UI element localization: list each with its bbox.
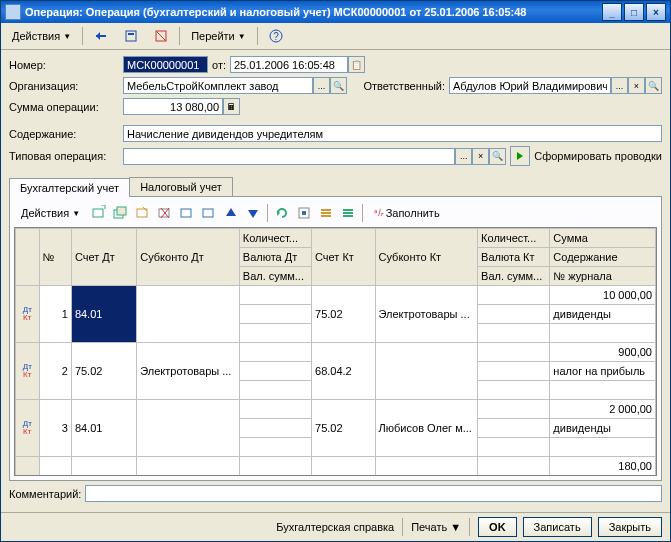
valsum-kt-cell[interactable]: [478, 324, 550, 343]
currency-kt-cell[interactable]: [478, 419, 550, 438]
move-up-icon[interactable]: [221, 203, 241, 223]
add-row-icon[interactable]: [89, 203, 109, 223]
toolbar-btn-2[interactable]: [117, 25, 145, 47]
toolbar-btn-1[interactable]: [87, 25, 115, 47]
subconto-dt-cell[interactable]: Любисов Олег м...: [137, 457, 240, 477]
currency-dt-cell[interactable]: [239, 362, 311, 381]
move-up-last-icon[interactable]: [177, 203, 197, 223]
valsum-kt-cell[interactable]: [478, 438, 550, 457]
row-number[interactable]: 3: [39, 400, 71, 457]
minimize-button[interactable]: _: [602, 3, 622, 21]
move-down-icon[interactable]: [243, 203, 263, 223]
journal-cell[interactable]: [550, 324, 656, 343]
subconto-kt-cell[interactable]: Электротовары ...: [375, 286, 478, 343]
resp-field[interactable]: [449, 77, 611, 94]
close-button[interactable]: ×: [646, 3, 666, 21]
clear-button[interactable]: ×: [628, 77, 645, 94]
qty-dt-cell[interactable]: [239, 457, 311, 476]
content-cell[interactable]: НДФЛ: [550, 476, 656, 477]
currency-dt-cell[interactable]: [239, 305, 311, 324]
grid-actions-menu[interactable]: Действия▼: [14, 202, 87, 224]
account-kt-cell[interactable]: 68.04.2: [312, 343, 376, 400]
currency-dt-cell[interactable]: [239, 476, 311, 477]
delete-row-icon[interactable]: [155, 203, 175, 223]
tab-tax[interactable]: Налоговый учет: [129, 177, 233, 196]
comment-field[interactable]: [85, 485, 662, 502]
close-form-button[interactable]: Закрыть: [598, 517, 662, 537]
subconto-dt-cell[interactable]: Электротовары ...: [137, 343, 240, 400]
valsum-kt-cell[interactable]: [478, 381, 550, 400]
currency-kt-cell[interactable]: [478, 476, 550, 477]
currency-kt-cell[interactable]: [478, 305, 550, 324]
row-number[interactable]: 2: [39, 343, 71, 400]
open-button[interactable]: 🔍: [489, 148, 506, 165]
qty-dt-cell[interactable]: [239, 343, 311, 362]
save-button[interactable]: Записать: [523, 517, 592, 537]
select-button[interactable]: ...: [455, 148, 472, 165]
run-button[interactable]: [510, 146, 530, 166]
qty-kt-cell[interactable]: [478, 457, 550, 476]
row-number[interactable]: 4: [39, 457, 71, 477]
journal-cell[interactable]: [550, 381, 656, 400]
form-entries-link[interactable]: Сформировать проводки: [534, 150, 662, 162]
clear-button[interactable]: ×: [472, 148, 489, 165]
content-cell[interactable]: дивиденды: [550, 419, 656, 438]
valsum-dt-cell[interactable]: [239, 324, 311, 343]
content-cell[interactable]: дивиденды: [550, 305, 656, 324]
account-dt-cell[interactable]: 84.01: [71, 400, 136, 457]
qty-kt-cell[interactable]: [478, 343, 550, 362]
help-button[interactable]: ?: [262, 25, 290, 47]
qty-dt-cell[interactable]: [239, 400, 311, 419]
print-menu[interactable]: Печать▼: [411, 521, 461, 533]
qty-kt-cell[interactable]: [478, 286, 550, 305]
calendar-icon[interactable]: 📋: [348, 56, 365, 73]
sum-cell[interactable]: 2 000,00: [550, 400, 656, 419]
subconto-kt-cell[interactable]: Налог (взносы): ...: [375, 457, 478, 477]
settings-icon[interactable]: [294, 203, 314, 223]
journal-cell[interactable]: [550, 438, 656, 457]
account-dt-cell[interactable]: 75.02: [71, 343, 136, 400]
fill-button[interactable]: ᵃ/ᵣЗаполнить: [367, 202, 447, 224]
sum-field[interactable]: [123, 98, 223, 115]
org-field[interactable]: [123, 77, 313, 94]
copy-icon[interactable]: [338, 203, 358, 223]
typical-field[interactable]: [123, 148, 455, 165]
number-field[interactable]: [123, 56, 208, 73]
calculator-icon[interactable]: 🖩: [223, 98, 240, 115]
account-dt-cell[interactable]: 84.01: [71, 286, 136, 343]
copy-row-icon[interactable]: [111, 203, 131, 223]
subconto-dt-cell[interactable]: [137, 400, 240, 457]
row-number[interactable]: 1: [39, 286, 71, 343]
tab-accounting[interactable]: Бухгалтерский учет: [9, 178, 130, 197]
content-field[interactable]: [123, 125, 662, 142]
account-dt-cell[interactable]: 75.02: [71, 457, 136, 477]
toolbar-btn-3[interactable]: [147, 25, 175, 47]
valsum-dt-cell[interactable]: [239, 381, 311, 400]
account-kt-cell[interactable]: 75.02: [312, 400, 376, 457]
date-field[interactable]: [230, 56, 348, 73]
list-icon[interactable]: [316, 203, 336, 223]
sum-cell[interactable]: 10 000,00: [550, 286, 656, 305]
select-button[interactable]: ...: [313, 77, 330, 94]
select-button[interactable]: ...: [611, 77, 628, 94]
actions-menu[interactable]: Действия▼: [5, 25, 78, 47]
currency-dt-cell[interactable]: [239, 419, 311, 438]
qty-dt-cell[interactable]: [239, 286, 311, 305]
subconto-kt-cell[interactable]: [375, 343, 478, 400]
subconto-kt-cell[interactable]: Любисов Олег м...: [375, 400, 478, 457]
move-down-last-icon[interactable]: [199, 203, 219, 223]
refresh-icon[interactable]: [272, 203, 292, 223]
subconto-dt-cell[interactable]: [137, 286, 240, 343]
open-button[interactable]: 🔍: [645, 77, 662, 94]
entries-grid[interactable]: №Счет ДтСубконто ДтКоличест...Счет КтСуб…: [14, 227, 657, 476]
currency-kt-cell[interactable]: [478, 362, 550, 381]
sum-cell[interactable]: 180,00: [550, 457, 656, 476]
spravka-link[interactable]: Бухгалтерская справка: [276, 521, 394, 533]
qty-kt-cell[interactable]: [478, 400, 550, 419]
account-kt-cell[interactable]: 75.02: [312, 286, 376, 343]
account-kt-cell[interactable]: 68.01: [312, 457, 376, 477]
content-cell[interactable]: налог на прибыль: [550, 362, 656, 381]
goto-menu[interactable]: Перейти▼: [184, 25, 253, 47]
ok-button[interactable]: OK: [478, 517, 517, 537]
edit-row-icon[interactable]: [133, 203, 153, 223]
